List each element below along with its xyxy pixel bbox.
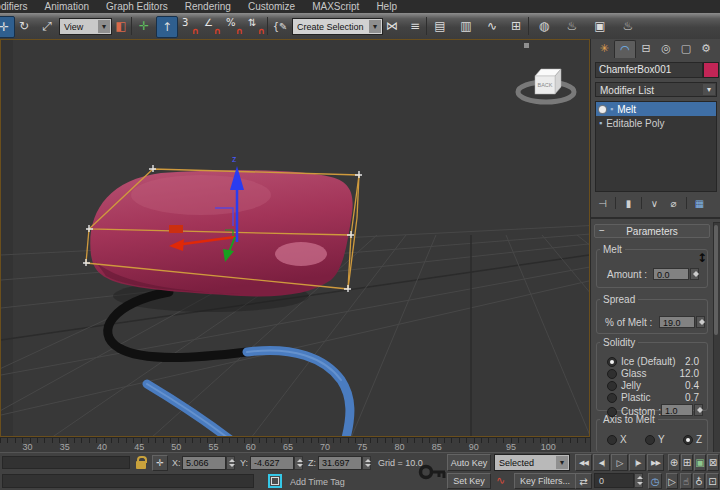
go-to-start-button[interactable]: ◀◀ xyxy=(575,454,592,471)
go-to-end-button[interactable]: ▶▶ xyxy=(647,454,664,471)
angle-snap-icon[interactable]: ∠ ∩ xyxy=(202,16,222,36)
chamferbox-cushion[interactable] xyxy=(90,170,352,296)
zoom-extents-all-icon[interactable]: ▣ xyxy=(694,454,706,471)
object-name-field[interactable]: ChamferBox001 xyxy=(595,62,703,78)
auto-key-button[interactable]: Auto Key xyxy=(447,454,491,471)
x-coord-field[interactable]: 5.066 xyxy=(182,456,226,470)
time-configuration-icon[interactable]: ◷ xyxy=(648,473,662,489)
select-and-move-icon[interactable]: ✛ xyxy=(0,16,15,38)
amount-field[interactable]: 0.0 xyxy=(653,268,689,280)
tab-motion-icon[interactable]: ◎ xyxy=(656,40,676,57)
stack-item-editable-poly[interactable]: ▪ Editable Poly xyxy=(596,116,716,130)
select-and-rotate-icon[interactable]: ↻ xyxy=(14,16,34,36)
frame-spinner[interactable] xyxy=(634,473,643,488)
render-production-icon[interactable]: ♨ xyxy=(618,16,638,36)
window-crossing-icon[interactable]: ↑ xyxy=(156,16,178,38)
pan-hand-icon[interactable]: ☝ xyxy=(680,473,692,489)
edit-named-selection-sets-icon[interactable]: {✎ xyxy=(270,16,290,36)
chair-tube[interactable] xyxy=(108,292,350,436)
play-button[interactable]: ▷ xyxy=(611,454,628,471)
tab-utilities-icon[interactable]: ⚙ xyxy=(696,40,716,57)
reference-coordinate-dropdown[interactable]: View ▾ xyxy=(59,18,112,35)
menu-graph-editors[interactable]: Graph Editors xyxy=(106,1,168,12)
y-spinner[interactable] xyxy=(294,456,303,470)
container-toolbar-icon[interactable]: ▥ xyxy=(456,16,476,36)
menu-maxscript[interactable]: MAXScript xyxy=(312,1,359,12)
isolate-selection-toggle[interactable] xyxy=(268,474,282,488)
set-keys-key-icon[interactable] xyxy=(418,457,446,487)
panel-scrollbar[interactable] xyxy=(713,222,720,452)
percent-snap-icon[interactable]: % ∩ xyxy=(224,16,244,36)
default-tangent-icon[interactable]: ∿ xyxy=(496,474,505,487)
field-of-view-icon[interactable]: ▷ xyxy=(666,473,678,489)
keyboard-override-icon[interactable]: ✛ xyxy=(134,16,154,36)
snap-toggle-3d-icon[interactable]: 3 ∩ xyxy=(180,16,200,36)
percent-of-melt-spinner[interactable] xyxy=(696,316,705,328)
key-mode-toggle[interactable]: ⇄ xyxy=(575,473,592,489)
object-color-swatch[interactable] xyxy=(703,62,719,78)
viewcube-home-icon[interactable] xyxy=(524,43,529,48)
collapse-icon[interactable]: − xyxy=(599,225,605,236)
radio-axis-y[interactable] xyxy=(645,435,655,445)
next-frame-button[interactable]: |▶ xyxy=(629,454,646,471)
chevron-down-icon[interactable]: ▾ xyxy=(98,20,110,33)
spinner-snap-icon[interactable]: ⇅ ∩ xyxy=(246,16,266,36)
menu-help[interactable]: Help xyxy=(376,1,397,12)
curve-editor-icon[interactable]: ∿ xyxy=(482,16,502,36)
panel-scrollbar-thumb[interactable] xyxy=(714,225,718,335)
selection-lock-icon[interactable] xyxy=(136,461,146,469)
menu-animation[interactable]: Animation xyxy=(45,1,89,12)
perspective-viewport[interactable]: z BACK xyxy=(0,39,590,437)
zoom-tool-icon[interactable]: ⊕ xyxy=(668,454,680,471)
render-setup-icon[interactable]: ♨ xyxy=(562,16,582,36)
chevron-down-icon[interactable]: ▾ xyxy=(556,456,568,469)
radio-glass[interactable] xyxy=(607,369,617,379)
tab-hierarchy-icon[interactable]: ⊟ xyxy=(636,40,656,57)
modifier-list-dropdown[interactable]: Modifier List ▾ xyxy=(595,82,717,97)
percent-of-melt-field[interactable]: 19.0 xyxy=(659,316,695,328)
select-and-manipulate-icon[interactable]: ◧ xyxy=(111,16,131,36)
rendered-frame-window-icon[interactable]: ▣ xyxy=(590,16,610,36)
key-filters-button[interactable]: Key Filters... xyxy=(514,473,576,489)
material-editor-icon[interactable]: ◍ xyxy=(534,16,554,36)
radio-ice[interactable] xyxy=(607,357,617,367)
previous-frame-button[interactable]: ◀| xyxy=(593,454,610,471)
tab-display-icon[interactable]: ▢ xyxy=(676,40,696,57)
current-frame-field[interactable]: 0 xyxy=(594,473,634,488)
chevron-down-icon[interactable]: ▾ xyxy=(703,84,715,95)
parameters-rollout-header[interactable]: − Parameters xyxy=(594,224,710,238)
viewport-canvas[interactable]: z BACK xyxy=(1,40,589,436)
zoom-region-icon[interactable]: ⊠ xyxy=(707,454,719,471)
pin-stack-icon[interactable]: ⊣ xyxy=(593,198,612,209)
add-time-tag[interactable]: Add Time Tag xyxy=(290,477,345,487)
track-bar-timeline[interactable]: 30 35 40 45 50 55 60 65 70 75 80 85 90 9… xyxy=(0,437,590,453)
tab-modify-icon[interactable]: ◠ xyxy=(614,40,636,58)
menu-rendering[interactable]: Rendering xyxy=(185,1,231,12)
menu-modifiers[interactable]: Modifiers xyxy=(0,1,28,12)
zoom-all-icon[interactable]: ⊞ xyxy=(681,454,693,471)
layer-manager-icon[interactable]: ▤ xyxy=(430,16,450,36)
z-spinner[interactable] xyxy=(362,456,371,470)
radio-axis-x[interactable] xyxy=(607,435,617,445)
amount-spinner[interactable] xyxy=(690,268,699,280)
y-coord-field[interactable]: -4.627 xyxy=(250,456,294,470)
radio-jelly[interactable] xyxy=(607,381,617,391)
absolute-mode-icon[interactable]: ✛ xyxy=(152,455,168,471)
visibility-bulb-icon[interactable] xyxy=(599,106,606,113)
z-coord-field[interactable]: 31.697 xyxy=(318,456,362,470)
maximize-viewport-toggle[interactable]: ⊡ xyxy=(706,473,719,489)
named-selection-set-dropdown[interactable]: Create Selection Se ▾ xyxy=(292,18,383,35)
x-spinner[interactable] xyxy=(226,456,235,470)
configure-modifier-sets-icon[interactable]: ▦ xyxy=(690,198,709,209)
orbit-icon[interactable]: ♁ xyxy=(693,473,705,489)
set-key-button[interactable]: Set Key xyxy=(447,473,491,489)
chevron-down-icon[interactable]: ▾ xyxy=(369,20,381,33)
schematic-view-icon[interactable]: ⊞ xyxy=(506,16,526,36)
tab-create-icon[interactable]: ✳ xyxy=(594,40,614,57)
stack-item-melt[interactable]: ▪ Melt xyxy=(596,102,716,116)
viewcube[interactable]: BACK xyxy=(518,43,574,102)
menu-customize[interactable]: Customize xyxy=(248,1,295,12)
radio-axis-z[interactable] xyxy=(683,435,693,445)
radio-plastic[interactable] xyxy=(607,393,617,403)
select-and-scale-icon[interactable]: ⤢ xyxy=(37,16,57,36)
